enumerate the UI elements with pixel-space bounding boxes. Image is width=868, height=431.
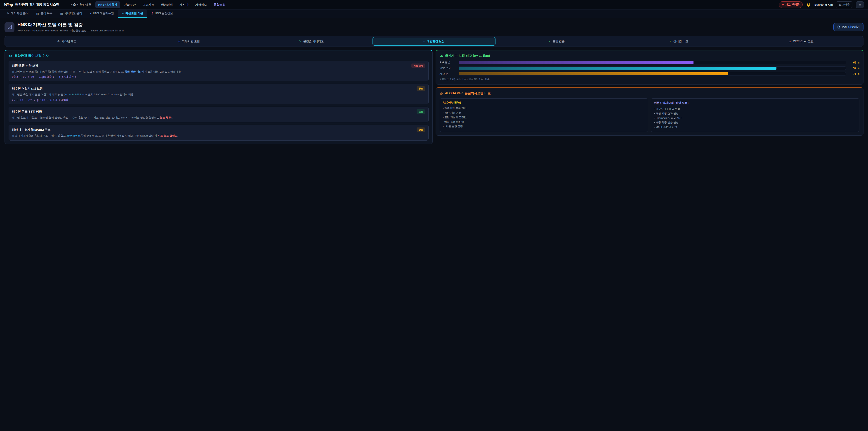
main-content: 해양환경 특수 보정 인자 해풍·육풍 순환 보정 핵심 인자 해안에서는 주간… <box>4 50 864 144</box>
tab-dispersion-analysis[interactable]: ✎ 대기확산 분석 <box>3 9 33 18</box>
factor-description: 해수면은 육상 대비 표면 거칠기가 매우 낮음 (z₀ ≈ 0.0002 m … <box>12 92 425 96</box>
logout-button[interactable]: 로그아웃 <box>836 1 852 8</box>
tab-hns-substance-info[interactable]: ⚗ HNS 물질정보 <box>147 9 177 18</box>
nav-item-board[interactable]: 게시판 <box>177 1 191 8</box>
model-comparison-card: ALOHA vs 이문진박사모델 비교 ALOHA (EPA) 가우시안 플룸 … <box>436 88 864 135</box>
chart-footnote: ※ D등급(중립), 풍속 5 m/s, 풍하거리 1 km 기준 <box>440 78 860 81</box>
wing-logo-icon: Wing <box>4 2 13 7</box>
tab-label: HNS 대응매뉴얼 <box>93 11 114 16</box>
gear-icon: ⚙ <box>57 40 60 43</box>
section-item-realtime-compare[interactable]: ⚡ 실시간 비교 <box>618 37 740 45</box>
bar-value: 68 m <box>848 61 860 64</box>
list-item: 해풍/육풍 전환 반영 <box>654 120 856 125</box>
list-icon: ▤ <box>36 12 39 15</box>
flask-icon: ⚗ <box>151 12 153 15</box>
incident-status-badge: 사고 진행중 <box>779 1 803 8</box>
sigma-comparison-card: 확산계수 보정 비교 (σy at 1km) P-G 원본 68 m 해양 보정… <box>436 50 864 85</box>
page-title: HNS 대기확산 모델 이론 및 검증 <box>18 22 124 28</box>
section-label: 실시간 비교 <box>673 39 688 43</box>
factor-title: 해수면 거칠기 (z₀) 보정 <box>12 87 43 91</box>
list-item: 가우시안 플룸 기반 <box>443 106 645 111</box>
tab-analysis-list[interactable]: ▤ 분석 목록 <box>33 9 57 18</box>
section-label: 해양환경 보정 <box>427 39 444 43</box>
check-icon: ✓ <box>548 40 551 43</box>
rocket-icon: ▲ <box>789 40 792 43</box>
chart-row: 해양 보정 92 m <box>440 66 860 70</box>
section-item-gaussian-model[interactable]: σ 가우시안 모델 <box>128 37 250 45</box>
book-icon: ■ <box>90 12 91 15</box>
factor-title: 해풍·육풍 순환 보정 <box>12 64 38 68</box>
factor-badge: 핵심 인자 <box>411 63 425 68</box>
nav-item-hns-dispersion[interactable]: HNS·대기확산 <box>95 1 120 8</box>
sigma-icon: σ <box>179 40 180 43</box>
tab-label: 확산모델 이론 <box>125 11 143 16</box>
factor-title: 해수면 온도(SST) 영향 <box>12 110 42 114</box>
bar-fill <box>459 72 728 75</box>
section-label: 물질별 시나리오 <box>303 39 324 43</box>
pencil-icon: ✎ <box>7 12 9 15</box>
highlight-warning: 농도 체류↑ <box>160 116 172 119</box>
wave-icon <box>8 54 12 58</box>
marine-correction-factors-card: 해양환경 특수 보정 인자 해풍·육풍 순환 보정 핵심 인자 해안에서는 주간… <box>4 50 433 144</box>
aloha-panel: ALOHA (EPA) 가우시안 플룸 기반 평탄 지형 가정 표면 거칠기 고… <box>440 98 648 132</box>
tab-hns-manual[interactable]: ■ HNS 대응매뉴얼 <box>86 9 118 18</box>
bar-value: 78 m <box>848 72 860 75</box>
bar-track <box>459 72 846 75</box>
highlight-warning: 지표 농도 급상승 <box>158 134 178 137</box>
chart-row: P-G 원본 68 m <box>440 61 860 64</box>
nav-item-oil-spill[interactable]: 유출유 확산예측 <box>67 1 94 8</box>
pdf-export-button[interactable]: PDF 내보내기 <box>833 23 864 31</box>
bar-track <box>459 66 846 70</box>
tab-scenario-management[interactable]: ▦ 시나리오 관리 <box>56 9 86 18</box>
list-item: 해양 특성 미반영 <box>443 120 645 124</box>
factor-sea-land-breeze: 해풍·육풍 순환 보정 핵심 인자 해안에서는 주간(해풍)·야간(육풍) 풍향… <box>8 61 429 81</box>
hamburger-menu-button[interactable]: ≡ <box>856 1 864 8</box>
list-item: 해안 지형 효과 반영 <box>654 111 856 116</box>
nav-item-rescue[interactable]: 긴급구난 <box>121 1 138 8</box>
bar-label: 해양 보정 <box>440 66 456 70</box>
nav-item-reports[interactable]: 보고자료 <box>140 1 157 8</box>
bolt-icon: ⚡ <box>670 40 671 43</box>
lee-model-feature-list: 가우시안 + 해양 보정 해안 지형 효과 반영 Charnock z₀ 동적 … <box>654 107 856 129</box>
bell-icon <box>807 3 811 7</box>
section-item-substance-scenario[interactable]: ✎ 물질별 시나리오 <box>250 37 373 45</box>
list-item: MABL 혼합고 가변 <box>654 125 856 129</box>
pencil-icon: ✎ <box>299 40 301 43</box>
tab-diffusion-model-theory[interactable]: ∿ 확산모델 이론 <box>118 9 147 18</box>
lee-model-panel: 이문진박사모델 (해양 보정) 가우시안 + 해양 보정 해안 지형 효과 반영… <box>651 98 860 132</box>
highlight-value: 300~800 m <box>66 134 80 137</box>
section-label: 모델 검증 <box>553 39 564 43</box>
card-title-row: 해양환경 특수 보정 인자 <box>8 54 429 58</box>
card-title: ALOHA vs 이문진박사모델 비교 <box>445 91 491 95</box>
page-header-titles: HNS 대기확산 모델 이론 및 검증 WRF-Chem · Gaussian … <box>18 22 124 32</box>
factor-badge: 보조 <box>416 110 425 114</box>
factor-badge: 중요 <box>416 127 425 132</box>
grid-icon: ▦ <box>60 12 63 15</box>
factor-description: 해안에서는 주간(해풍)·야간(육풍) 풍향 전환 발생. 기존 가우시안 모델… <box>12 70 425 74</box>
section-item-model-verification[interactable]: ✓ 모델 검증 <box>495 37 618 45</box>
highlight-text: 풍향 전환 시점 <box>125 70 142 73</box>
notifications-button[interactable] <box>806 2 811 7</box>
comparison-grid: ALOHA (EPA) 가우시안 플룸 기반 평탄 지형 가정 표면 거칠기 고… <box>440 98 860 132</box>
nav-item-integrated-search[interactable]: 통합조회 <box>211 1 228 8</box>
bar-chart-icon <box>440 54 443 58</box>
chart-line-icon: ∿ <box>122 12 124 15</box>
factor-sst-influence: 해수면 온도(SST) 영향 보조 해수면 온도가 기온보다 높으면 열적 불안… <box>8 107 429 122</box>
section-item-system-overview[interactable]: ⚙ 시스템 개요 <box>6 37 128 45</box>
section-item-wrf-chem[interactable]: ▲ WRF-Chem발전 <box>740 37 862 45</box>
factor-description: 해양 대기경계층은 육상과 구조가 상이. 혼합고 300~800 m(육상 1… <box>12 133 425 137</box>
chart-row: ALOHA 78 m <box>440 72 860 75</box>
list-item: Charnock z₀ 동적 계산 <box>654 116 856 120</box>
factor-description: 해수면 온도가 기온보다 높으면 열적 불안정 촉진 → 수직 혼합 증가 → … <box>12 116 425 120</box>
section-item-marine-correction[interactable]: ≈ 해양환경 보정 <box>373 37 495 45</box>
page-header: HNS 대기확산 모델 이론 및 검증 WRF-Chem · Gaussian … <box>0 18 868 35</box>
nav-item-air-search[interactable]: 항공탐색 <box>158 1 176 8</box>
section-nav: ⚙ 시스템 개요 σ 가우시안 모델 ✎ 물질별 시나리오 ≈ 해양환경 보정 … <box>4 36 864 47</box>
card-title: 확산계수 보정 비교 (σy at 1km) <box>445 54 490 58</box>
ship-anchor-icon <box>440 92 443 95</box>
highlight-value: z₀ ≈ 0.0002 m <box>65 93 84 96</box>
nav-item-weather[interactable]: 기상정보 <box>192 1 210 8</box>
bar-fill <box>459 61 694 64</box>
lee-model-panel-title: 이문진박사모델 (해양 보정) <box>654 101 856 105</box>
tab-label: HNS 물질정보 <box>155 11 173 16</box>
